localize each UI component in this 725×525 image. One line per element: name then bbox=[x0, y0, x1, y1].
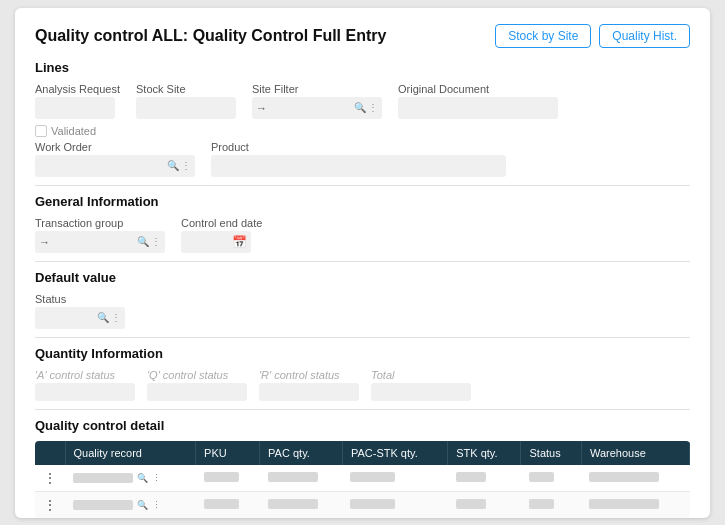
total-label: Total bbox=[371, 369, 471, 381]
status-menu-icon[interactable]: ⋮ bbox=[111, 312, 121, 323]
original-document-field[interactable] bbox=[402, 102, 554, 114]
stock-site-input[interactable] bbox=[136, 97, 236, 119]
site-filter-field[interactable] bbox=[271, 102, 352, 114]
row-1-warehouse bbox=[581, 465, 689, 492]
site-filter-input[interactable]: → 🔍 ⋮ bbox=[252, 97, 382, 119]
default-value-title: Default value bbox=[35, 270, 690, 285]
row-2-warehouse-bar bbox=[589, 499, 659, 509]
header-row: Quality record PKU PAC qty. PAC-STK qty.… bbox=[35, 441, 690, 465]
row-2-status-bar bbox=[529, 499, 554, 509]
row-2-pku-bar bbox=[204, 499, 239, 509]
work-order-menu-icon[interactable]: ⋮ bbox=[181, 160, 191, 171]
q-control-group: 'Q' control status bbox=[147, 369, 247, 401]
row-2-warehouse bbox=[581, 491, 689, 518]
row-1-quality-record: 🔍 ⋮ bbox=[65, 465, 196, 492]
row-1-warehouse-bar bbox=[589, 472, 659, 482]
work-order-group: Work Order 🔍 ⋮ bbox=[35, 141, 195, 177]
status-label: Status bbox=[35, 293, 690, 305]
row-1-stk-qty bbox=[448, 465, 521, 492]
total-input bbox=[371, 383, 471, 401]
a-control-input bbox=[35, 383, 135, 401]
quality-detail-table: Quality record PKU PAC qty. PAC-STK qty.… bbox=[35, 441, 690, 518]
site-filter-search-icon[interactable]: 🔍 bbox=[354, 102, 366, 113]
stock-site-field[interactable] bbox=[140, 102, 232, 114]
transaction-group-menu-icon[interactable]: ⋮ bbox=[151, 236, 161, 247]
status-search-icon[interactable]: 🔍 bbox=[97, 312, 109, 323]
lines-section-title: Lines bbox=[35, 60, 690, 75]
control-end-date-input[interactable]: 📅 bbox=[181, 231, 251, 253]
original-document-input[interactable] bbox=[398, 97, 558, 119]
row-2-record-bar bbox=[73, 500, 133, 510]
analysis-request-input[interactable] bbox=[35, 97, 115, 119]
row-1-pac-qty-bar bbox=[268, 472, 318, 482]
main-card: Quality control ALL: Quality Control Ful… bbox=[15, 8, 710, 518]
row-1-status bbox=[521, 465, 582, 492]
q-control-label: 'Q' control status bbox=[147, 369, 247, 381]
col-pku-header: PKU bbox=[196, 441, 260, 465]
col-empty-header bbox=[35, 441, 65, 465]
control-end-date-field[interactable] bbox=[185, 236, 230, 248]
product-input[interactable] bbox=[211, 155, 506, 177]
divider-1 bbox=[35, 185, 690, 186]
transaction-group-search-icon[interactable]: 🔍 bbox=[137, 236, 149, 247]
col-pac-stk-qty-header: PAC-STK qty. bbox=[342, 441, 447, 465]
row-2-menu-icon[interactable]: ⋮ bbox=[152, 500, 161, 510]
divider-4 bbox=[35, 409, 690, 410]
col-pac-qty-header: PAC qty. bbox=[260, 441, 343, 465]
row-2-pac-stk-qty bbox=[342, 491, 447, 518]
row-2-quality-record: 🔍 ⋮ bbox=[65, 491, 196, 518]
row-1-menu-icon[interactable]: ⋮ bbox=[152, 473, 161, 483]
r-control-input bbox=[259, 383, 359, 401]
work-order-search-icon[interactable]: 🔍 bbox=[167, 160, 179, 171]
site-filter-label: Site Filter bbox=[252, 83, 382, 95]
col-warehouse-header: Warehouse bbox=[581, 441, 689, 465]
work-order-field[interactable] bbox=[39, 160, 165, 172]
a-control-label: 'A' control status bbox=[35, 369, 135, 381]
calendar-icon[interactable]: 📅 bbox=[232, 235, 247, 249]
work-order-input[interactable]: 🔍 ⋮ bbox=[35, 155, 195, 177]
status-input[interactable]: 🔍 ⋮ bbox=[35, 307, 125, 329]
row-2-dots[interactable]: ⋮ bbox=[35, 491, 65, 518]
analysis-request-group: Analysis Request bbox=[35, 83, 120, 119]
product-group: Product bbox=[211, 141, 506, 177]
table-header: Quality record PKU PAC qty. PAC-STK qty.… bbox=[35, 441, 690, 465]
row-1-dots[interactable]: ⋮ bbox=[35, 465, 65, 492]
analysis-request-label: Analysis Request bbox=[35, 83, 120, 95]
table-body: ⋮ 🔍 ⋮ bbox=[35, 465, 690, 518]
validated-checkbox[interactable] bbox=[35, 125, 47, 137]
header-buttons: Stock by Site Quality Hist. bbox=[495, 24, 690, 48]
general-info-title: General Information bbox=[35, 194, 690, 209]
row-1-pku bbox=[196, 465, 260, 492]
table-row: ⋮ 🔍 ⋮ bbox=[35, 491, 690, 518]
product-label: Product bbox=[211, 141, 506, 153]
row-2-pac-stk-qty-bar bbox=[350, 499, 395, 509]
page-header: Quality control ALL: Quality Control Ful… bbox=[35, 24, 690, 48]
transaction-group-group: Transaction group → 🔍 ⋮ bbox=[35, 217, 165, 253]
quality-hist-button[interactable]: Quality Hist. bbox=[599, 24, 690, 48]
product-field[interactable] bbox=[215, 160, 502, 172]
site-filter-menu-icon[interactable]: ⋮ bbox=[368, 102, 378, 113]
row-2-stk-qty-bar bbox=[456, 499, 486, 509]
a-control-group: 'A' control status bbox=[35, 369, 135, 401]
q-control-input bbox=[147, 383, 247, 401]
quality-detail-title: Quality control detail bbox=[35, 418, 690, 433]
row-1-search-icon[interactable]: 🔍 bbox=[137, 473, 148, 483]
status-field[interactable] bbox=[39, 312, 95, 324]
original-document-label: Original Document bbox=[398, 83, 558, 95]
stock-by-site-button[interactable]: Stock by Site bbox=[495, 24, 591, 48]
stock-site-label: Stock Site bbox=[136, 83, 236, 95]
transaction-group-label: Transaction group bbox=[35, 217, 165, 229]
validated-row: Validated bbox=[35, 125, 690, 137]
analysis-request-field[interactable] bbox=[39, 102, 111, 114]
status-group: Status 🔍 ⋮ bbox=[35, 293, 690, 329]
row-2-search-icon[interactable]: 🔍 bbox=[137, 500, 148, 510]
validated-label: Validated bbox=[51, 125, 96, 137]
row-1-status-bar bbox=[529, 472, 554, 482]
row-1-stk-qty-bar bbox=[456, 472, 486, 482]
quantity-info-title: Quantity Information bbox=[35, 346, 690, 361]
r-control-label: 'R' control status bbox=[259, 369, 359, 381]
transaction-group-field[interactable] bbox=[54, 236, 135, 248]
col-status-header: Status bbox=[521, 441, 582, 465]
transaction-group-input[interactable]: → 🔍 ⋮ bbox=[35, 231, 165, 253]
table-row: ⋮ 🔍 ⋮ bbox=[35, 465, 690, 492]
